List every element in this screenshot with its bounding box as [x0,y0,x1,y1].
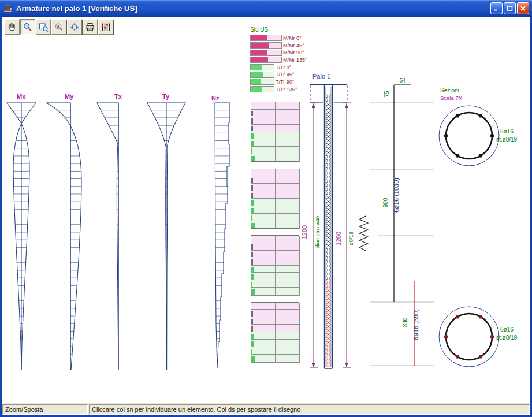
printer-icon [85,22,95,32]
section-bottom-stirrup [446,314,492,360]
section-bottom: 6ø16 st.ø8/19 [439,307,518,367]
title-bar[interactable]: Armature nel palo 1 [Verifiche US] [0,0,532,17]
diagram-axes [21,103,166,370]
sections-title: Sezioni [440,87,459,94]
drawing-canvas[interactable]: Mx My Tx Ty Nz Palo 1 [0,0,532,417]
dim-top-depth: 75 [384,91,390,98]
section-bottom-stirrup-label: st.ø8/19 [496,334,518,341]
window-title: Armature nel palo 1 [Verifiche US] [16,4,490,13]
pile-spiral-upper [326,94,331,281]
pile-right-dim: 1200 [335,232,342,245]
rebar-dot [479,355,482,358]
minimize-icon [493,5,500,12]
zoom-window-button[interactable] [36,19,51,35]
force-diagrams [7,103,230,370]
crosshair-icon [69,22,80,32]
maximize-icon [507,5,513,12]
diagram-label-tx: Tx [114,93,122,100]
print-button[interactable] [83,19,98,35]
diagram-label-nz: Nz [211,95,220,102]
diagram-tx-envelope [97,103,118,370]
rebar-dot [479,154,482,157]
rebar-dot [456,154,459,157]
pile-right-note: ø8/19 [348,232,354,245]
sections-scale: Scala 7X [440,95,463,101]
rebar-dot [479,315,482,318]
rebar-dot [490,335,494,338]
pile-left-dim: 1200 [301,225,308,239]
close-button[interactable] [517,2,529,14]
section-bottom-outer-circle [439,307,499,367]
options-button[interactable] [98,19,113,35]
soil-spring-icon [359,216,368,251]
rebar-dot [456,355,459,358]
section-top: 6ø16 st.ø8/19 [439,106,518,166]
zoom-all-button[interactable]: a [51,19,66,35]
diagram-labels: Mx My Tx Ty Nz [17,93,220,102]
rebar-dot [479,114,482,117]
zoom-a-icon: a [54,22,64,32]
diagram-label-my: My [65,93,74,100]
pile-elevation: Palo 1 1200 diametro ø40 1200 ø8/19 [301,73,368,368]
rebar-dot [490,134,494,137]
window-border-right [530,17,532,417]
section-top-outer-circle [439,106,499,166]
zoom-window-icon [38,22,49,32]
dim-upper-zone-depth: 900 [382,198,389,207]
rebar-dot [444,335,448,338]
window-border-bottom [0,415,532,417]
dim-lower-zone-rebar: 6ø16 (390) [412,309,419,340]
section-top-stirrup [446,113,492,159]
pile-spiral-lower [326,281,331,367]
status-mode: Zoom/Sposta [2,404,88,415]
center-view-button[interactable] [67,19,82,35]
pile-left-note: diametro ø40 [314,216,321,248]
section-top-rebar-label: 6ø16 [500,128,514,135]
pan-hand-button[interactable] [5,19,20,35]
pile-title: Palo 1 [312,73,330,80]
hand-icon [7,22,17,32]
svg-text:a: a [57,24,60,29]
diagram-label-ty: Ty [162,93,170,100]
status-hint: Cliccare col sn per individuare un eleme… [89,404,530,415]
close-icon [520,5,526,12]
rebar-dot [456,315,459,318]
dim-upper-zone-rebar: 6ø16 (1030) [393,178,400,213]
window-border-left [0,17,2,417]
diagram-label-mx: Mx [17,93,26,100]
minimize-button[interactable] [490,2,503,14]
section-top-stirrup-label: st.ø8/19 [496,136,518,143]
dim-top-width: 54 [399,77,406,84]
app-window: Armature nel palo 1 [Verifiche US] [0,0,532,417]
toolbar: a [5,19,113,35]
maximize-button[interactable] [504,2,516,14]
status-bar: Zoom/Sposta Cliccare col sn per individu… [2,403,530,415]
zoom-arrow-icon [23,22,33,32]
rebar-dot [444,134,448,137]
diagram-my-envelope [46,103,81,370]
section-bottom-rebar-label: 6ø16 [500,326,514,333]
dim-lower-zone-depth: 390 [402,317,408,327]
pile-driver-icon [3,4,13,13]
sliders-icon [101,22,111,32]
zoom-drag-button[interactable] [20,19,35,35]
rebar-dot [456,114,459,117]
diagram-nz-envelope [215,103,230,368]
depth-annotations: 54 75 900 6ø16 (1030) 390 6ø16 (390) [370,77,434,366]
cross-sections: Sezioni Scala 7X 6ø16 st.ø8/19 6ø16 st.ø… [439,87,518,367]
